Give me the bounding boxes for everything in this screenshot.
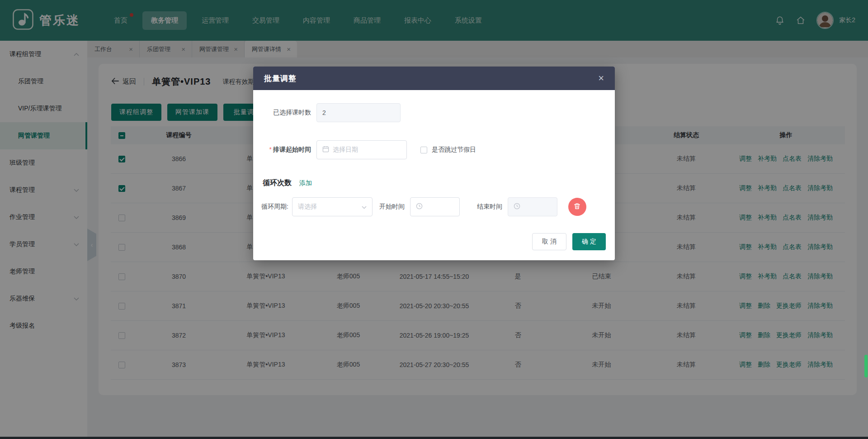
skip-holiday-checkbox[interactable] [420, 147, 427, 153]
cycle-period-label: 循环周期: [261, 203, 288, 211]
confirm-button[interactable]: 确 定 [572, 233, 606, 250]
modal-footer: 取 消 确 定 [253, 233, 615, 260]
scrollbar-thumb[interactable] [864, 355, 868, 377]
start-date-row: *排课起始时间 选择日期 是否跳过节假日 [261, 140, 606, 159]
end-time-label: 结束时间 [477, 203, 502, 211]
start-time-label: 开始时间 [379, 203, 405, 211]
cycle-period-placeholder: 请选择 [298, 203, 317, 211]
cycle-period-select[interactable]: 请选择 [292, 197, 373, 216]
clock-icon [416, 203, 423, 211]
start-date-input[interactable]: 选择日期 [316, 140, 407, 159]
cancel-button[interactable]: 取 消 [532, 233, 566, 250]
cycle-section-title: 循环次数 [263, 178, 292, 188]
window-bottom-edge [0, 437, 868, 439]
modal-body: 已选择课时数 2 *排课起始时间 选择日期 是否跳过节假日 [253, 90, 615, 233]
chevron-down-icon [362, 203, 367, 210]
end-time-input [508, 197, 557, 216]
batch-adjust-modal: 批量调整 × 已选择课时数 2 *排课起始时间 选择日期 [253, 67, 615, 260]
calendar-icon [322, 146, 329, 154]
app-window: 管乐迷 首页教务管理运营管理交易管理内容管理商品管理报表中心系统设置 [0, 0, 868, 439]
required-asterisk: * [269, 146, 272, 153]
selected-hours-field: 2 [316, 103, 401, 122]
clock-icon [514, 203, 520, 211]
trash-icon [573, 202, 581, 211]
cycle-row: 循环周期: 请选择 开始时间 结束时间 [261, 197, 606, 216]
modal-header: 批量调整 × [253, 67, 615, 90]
selected-hours-row: 已选择课时数 2 [261, 103, 606, 122]
modal-title: 批量调整 [264, 73, 297, 84]
start-time-input[interactable] [410, 197, 460, 216]
add-cycle-link[interactable]: 添加 [299, 179, 312, 187]
cycle-section: 循环次数 添加 [261, 178, 606, 188]
selected-hours-value: 2 [322, 109, 326, 116]
skip-holiday-group[interactable]: 是否跳过节假日 [420, 146, 476, 154]
selected-hours-label: 已选择课时数 [261, 109, 311, 117]
delete-cycle-button[interactable] [568, 198, 586, 216]
start-date-placeholder: 选择日期 [333, 146, 358, 154]
start-date-label: *排课起始时间 [261, 146, 311, 154]
close-icon[interactable]: × [598, 73, 604, 83]
skip-holiday-label: 是否跳过节假日 [432, 146, 476, 154]
